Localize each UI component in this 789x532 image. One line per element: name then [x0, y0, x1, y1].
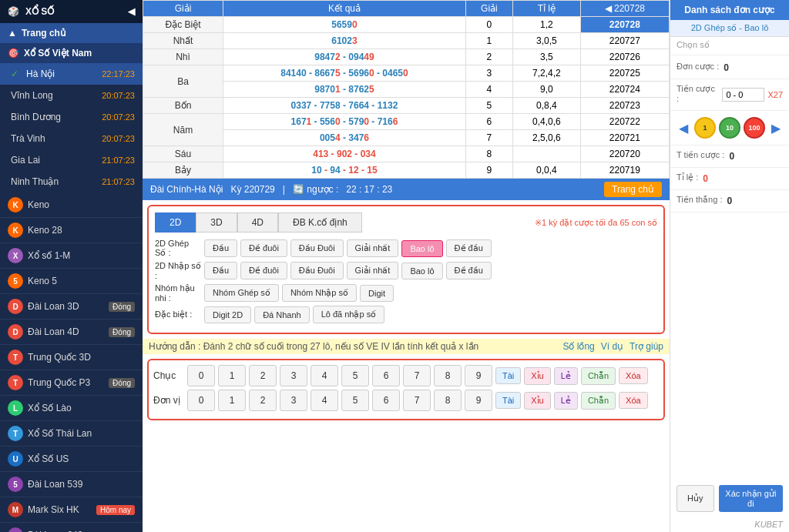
donvi-0[interactable]: 0	[187, 390, 215, 411]
binhduong-label: Bình Dương	[11, 112, 61, 122]
donvi-3[interactable]: 3	[280, 390, 307, 411]
vidu-link[interactable]: Ví dụ	[601, 341, 623, 352]
chuc-3[interactable]: 3	[280, 365, 307, 386]
tab-3d[interactable]: 3D	[196, 212, 237, 233]
tab-4d[interactable]: 4D	[237, 212, 278, 233]
keno28-label: Keno 28	[28, 225, 62, 236]
donvi-9[interactable]: 9	[465, 390, 492, 411]
chuc-2[interactable]: 2	[249, 365, 277, 386]
donvi-4[interactable]: 4	[311, 390, 338, 411]
sidebar-item-gialai[interactable]: Gia Lai 21:07:23	[0, 149, 143, 171]
sidebar-game-tqp3[interactable]: T Trung Quốc P3 Đóng	[0, 370, 143, 396]
sidebar-item-hanoi[interactable]: Hà Nội 22:17:23	[0, 63, 143, 85]
prize-num: 6	[465, 114, 512, 130]
right-btn-row: Hủy Xác nhận gửi đi	[670, 480, 789, 517]
chuc-6[interactable]: 6	[372, 365, 400, 386]
donvi-5[interactable]: 5	[341, 390, 369, 411]
sidebar-collapse-icon[interactable]: ◀	[128, 6, 135, 17]
prize-num: 4	[465, 82, 512, 98]
donvi-le-btn[interactable]: Lẻ	[554, 392, 578, 410]
ghep-baolo-btn[interactable]: Bao lô	[401, 240, 442, 257]
right-chon-so: Chọn số	[670, 37, 789, 53]
donvi-xiu-btn[interactable]: Xỉu	[524, 392, 550, 410]
tien-cuoc-input[interactable]	[722, 88, 764, 102]
huy-btn[interactable]: Hủy	[677, 485, 714, 512]
trogiup-link[interactable]: Trợ giúp	[630, 341, 663, 352]
coin-prev-btn[interactable]: ◀	[676, 121, 691, 136]
nhom-digit-btn[interactable]: Digit	[360, 285, 394, 302]
donvi-xoa-btn[interactable]: Xóa	[619, 392, 648, 409]
sidebar-game-dl539[interactable]: 5 Đài Loan 539	[0, 472, 143, 497]
chuc-tai-btn[interactable]: Tài	[495, 367, 521, 384]
sidebar-game-keno28[interactable]: K Keno 28	[0, 218, 143, 243]
sidebar-game-xsthai[interactable]: T Xổ Số Thái Lan	[0, 421, 143, 447]
nhap-giainhat-btn[interactable]: Giải nhất	[347, 262, 399, 279]
chuc-4[interactable]: 4	[311, 365, 338, 386]
sidebar-game-dl649[interactable]: 6 Đài Loan 649	[0, 523, 143, 532]
sidebar-game-keno5[interactable]: 5 Keno 5	[0, 269, 143, 294]
chuc-1[interactable]: 1	[218, 365, 246, 386]
chuc-xoa-btn[interactable]: Xóa	[619, 367, 648, 384]
prize-number: 0054 - 3476	[223, 130, 466, 146]
ghep-deduoi-btn[interactable]: Đề đuôi	[240, 239, 287, 257]
prize-ratio: 3,5	[513, 49, 581, 65]
coin-1[interactable]: 1	[694, 117, 716, 139]
chuc-0[interactable]: 0	[187, 365, 215, 386]
ghep-giainhat-btn[interactable]: Giải nhất	[347, 239, 399, 257]
trangchu-btn[interactable]: Trang chủ	[604, 182, 662, 197]
dacbiet-danhanh-btn[interactable]: Đá Nhanh	[254, 306, 310, 323]
sidebar-game-xsus[interactable]: U Xổ Số US	[0, 447, 143, 472]
tien-thang-value: 0	[727, 196, 732, 206]
tab-dbkcodinh[interactable]: ĐB K.cố định	[278, 212, 362, 233]
nhap-dau-btn[interactable]: Đầu	[204, 262, 237, 279]
sodong-link[interactable]: Số lồng	[562, 341, 594, 352]
sidebar-game-xs1m[interactable]: X Xổ số 1-M	[0, 243, 143, 269]
sidebar-game-dailoan4d[interactable]: D Đài Loan 4D Đóng	[0, 320, 143, 345]
nhap-dedau-btn[interactable]: Đề đầu	[446, 262, 492, 279]
chuc-le-btn[interactable]: Lẻ	[554, 367, 578, 385]
sidebar-trangchu[interactable]: ▲ Trang chủ	[0, 23, 143, 43]
ghep-dedau-btn[interactable]: Đề đầu	[446, 239, 492, 257]
nhap-baolo-btn[interactable]: Bao lô	[401, 263, 442, 279]
donvi-chan-btn[interactable]: Chẵn	[581, 392, 616, 410]
coin-next-btn[interactable]: ▶	[768, 121, 784, 136]
coin-100[interactable]: 100	[744, 117, 765, 139]
donvi-tai-btn[interactable]: Tài	[495, 392, 521, 409]
sidebar-game-dailoan3d[interactable]: D Đài Loan 3D Đóng	[0, 294, 143, 320]
hanoi-time: 22:17:23	[102, 69, 135, 79]
prize-num: 3	[465, 65, 512, 82]
xacnhan-btn[interactable]: Xác nhận gửi đi	[719, 485, 783, 512]
chuc-xiu-btn[interactable]: Xỉu	[524, 367, 550, 385]
travinh-label: Trà Vinh	[11, 133, 45, 144]
ghep-dau-btn[interactable]: Đầu	[204, 239, 237, 257]
donvi-2[interactable]: 2	[249, 390, 277, 411]
nhom-nhapso-btn[interactable]: Nhóm Nhập số	[282, 284, 357, 302]
chuc-5[interactable]: 5	[341, 365, 369, 386]
sidebar-game-keno[interactable]: K Keno	[0, 192, 143, 218]
dacbiet-digit2d-btn[interactable]: Digit 2D	[204, 306, 251, 323]
nhom-ghepso-btn[interactable]: Nhóm Ghép số	[204, 284, 279, 302]
sidebar-item-binhduong[interactable]: Bình Dương 20:07:23	[0, 106, 143, 128]
nhap-dauduoi-btn[interactable]: Đầu Đuôi	[290, 262, 344, 279]
donvi-1[interactable]: 1	[218, 390, 246, 411]
chuc-chan-btn[interactable]: Chẵn	[581, 367, 616, 385]
sidebar-game-xslao[interactable]: L Xổ Số Lào	[0, 396, 143, 421]
sidebar-lottery-group[interactable]: 🎯 Xổ Số Việt Nam	[0, 43, 143, 63]
nhap-deduoi-btn[interactable]: Đề đuôi	[240, 262, 287, 279]
instruction-links: Số lồng Ví dụ Trợ giúp	[562, 341, 663, 352]
sidebar-item-ninhthuan[interactable]: Ninh Thuận 21:07:23	[0, 171, 143, 192]
dacbiet-lodanhapso-btn[interactable]: Lô đã nhập số	[313, 306, 385, 323]
donvi-7[interactable]: 7	[403, 390, 431, 411]
sidebar-item-vinhlong[interactable]: Vĩnh Long 20:07:23	[0, 85, 143, 106]
donvi-8[interactable]: 8	[434, 390, 462, 411]
tab-2d[interactable]: 2D	[155, 212, 196, 233]
chuc-9[interactable]: 9	[465, 365, 492, 386]
donvi-6[interactable]: 6	[372, 390, 400, 411]
sidebar-game-marksix[interactable]: M Mark Six HK Hôm nay	[0, 497, 143, 523]
sidebar-game-tq3d[interactable]: T Trung Quốc 3D	[0, 345, 143, 370]
chuc-7[interactable]: 7	[403, 365, 431, 386]
ghep-dauduoi-btn[interactable]: Đầu Đuôi	[290, 239, 344, 257]
coin-10[interactable]: 10	[719, 117, 740, 139]
chuc-8[interactable]: 8	[434, 365, 462, 386]
sidebar-item-travinh[interactable]: Trà Vinh 20:07:23	[0, 128, 143, 149]
